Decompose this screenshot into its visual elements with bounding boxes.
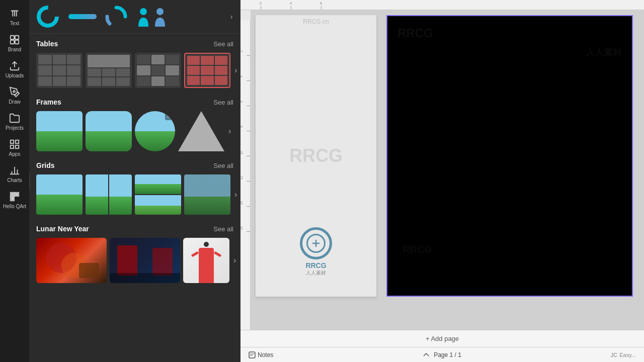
svg-point-22	[140, 8, 147, 15]
frame-thumb-triangle[interactable]	[178, 111, 224, 151]
frames-section: Frames See all ··· ›	[29, 92, 240, 155]
svg-point-23	[156, 8, 164, 15]
ruler-horizontal: 2 4 6	[240, 0, 644, 10]
lunar-section: Lunar New Year See all	[29, 219, 240, 287]
lunar-food-thumb[interactable]	[36, 238, 107, 283]
table-thumb-4[interactable]	[184, 53, 230, 88]
lunar-grid: ›	[36, 238, 233, 283]
zoom-area: JC Easy...	[611, 352, 636, 358]
sidebar-item-draw[interactable]: Draw	[0, 82, 29, 109]
ruler-vlabel-6: 6	[240, 101, 243, 103]
triangle-shape	[178, 111, 224, 151]
lunar-section-header: Lunar New Year See all	[36, 225, 233, 233]
grids-see-all[interactable]: See all	[213, 162, 233, 169]
sidebar-item-text[interactable]: Text	[0, 4, 29, 30]
right-watermark-3: RRCG	[403, 244, 432, 255]
arc-shape	[105, 5, 128, 28]
ruler-tick-4	[291, 6, 291, 10]
grid-thumb-1[interactable]	[36, 174, 83, 215]
zoom-label: Easy...	[619, 352, 636, 358]
ruler-vtick-12	[247, 181, 250, 182]
lunar-title: Lunar New Year	[36, 225, 89, 233]
landscape-bg-1	[36, 111, 83, 151]
page-controls: Page 1 / 1	[423, 351, 461, 358]
hello-qart-icon	[9, 191, 20, 202]
svg-rect-1	[15, 36, 19, 39]
lunar-dancer-thumb[interactable]	[183, 238, 229, 283]
sidebar-item-brand[interactable]: Brand	[0, 30, 29, 56]
ruler-vlabel-12: 12	[240, 176, 243, 180]
rrcg-logo-area: RRCG 人人素材	[300, 227, 332, 277]
top-strip-chevron[interactable]: ›	[226, 12, 236, 22]
grids-grid: ›	[36, 174, 233, 215]
canvas-area: 2 4 6 2 4 6 8 10 12 14	[240, 0, 644, 362]
ruler-label-6: 6	[320, 1, 322, 6]
grid-thumb-4[interactable]	[184, 174, 230, 215]
dash-shape	[68, 14, 97, 19]
sidebar-item-apps[interactable]: Apps	[0, 135, 29, 161]
grid-thumb-2[interactable]	[86, 174, 132, 215]
canvas-page-left: RRCG.cn RRCG RRCG 人人素材	[256, 15, 376, 297]
text-icon	[9, 8, 20, 19]
svg-point-21	[43, 12, 53, 22]
lunar-see-all[interactable]: See all	[213, 225, 233, 233]
frames-chevron[interactable]: ›	[228, 127, 231, 136]
canvas-viewport: RRCG.cn RRCG RRCG 人人素材	[251, 10, 644, 347]
svg-rect-9	[16, 145, 19, 148]
ruler-label-2: 2	[260, 1, 262, 6]
tables-see-all[interactable]: See all	[213, 40, 233, 48]
three-dots-button[interactable]: ···	[165, 113, 173, 120]
canvas-main: 2 4 6 8 10 12 14 16	[240, 10, 644, 347]
sidebar-item-uploads[interactable]: Uploads	[0, 56, 29, 82]
table-thumb-2[interactable]	[86, 53, 132, 88]
grids-section: Grids See all ›	[29, 155, 240, 219]
lunar-people-thumb[interactable]	[110, 238, 180, 283]
svg-rect-0	[11, 36, 14, 39]
sidebar-item-projects[interactable]: Projects	[0, 109, 29, 135]
sidebar-item-uploads-label: Uploads	[6, 73, 24, 78]
tables-chevron[interactable]: ›	[234, 66, 237, 75]
frames-see-all[interactable]: See all	[213, 99, 233, 106]
frames-grid: ··· ›	[36, 111, 233, 151]
notes-label: Notes	[258, 351, 273, 358]
apps-icon	[9, 139, 20, 150]
sidebar-item-text-label: Text	[10, 21, 19, 26]
ruler-vertical: 2 4 6 8 10 12 14 16	[240, 20, 251, 357]
notes-button[interactable]: Notes	[249, 351, 273, 358]
frame-thumb-rect[interactable]	[36, 111, 83, 151]
canvas-watermark-bg: RRCG	[289, 145, 343, 166]
landscape-bg-2	[86, 111, 132, 151]
sidebar-item-charts[interactable]: Charts	[0, 161, 29, 187]
ruler-vtick-8	[247, 131, 250, 131]
table-thumb-3[interactable]	[135, 53, 181, 88]
grid-thumb-3[interactable]	[135, 174, 181, 215]
ruler-vtick-4	[247, 80, 250, 81]
chevron-up-icon[interactable]	[423, 351, 430, 358]
tables-section-header: Tables See all	[36, 40, 233, 48]
frame-thumb-rounded[interactable]	[86, 111, 132, 151]
grid-landscape-4	[184, 174, 230, 215]
sidebar-item-apps-label: Apps	[9, 151, 21, 157]
rrcg-logo-inner	[306, 234, 326, 253]
grids-title: Grids	[36, 161, 55, 169]
donut-icon-container	[35, 4, 60, 29]
sidebar-item-hello-qart[interactable]: Hello QArt	[0, 187, 29, 213]
ruler-vlabel-14: 14	[240, 201, 243, 205]
right-watermark-2: 人人素材	[586, 46, 622, 58]
panel-collapse-button[interactable]: ‹	[29, 172, 30, 190]
add-page-button[interactable]: + Add page	[240, 330, 644, 347]
ruler-tick-6	[321, 6, 321, 10]
frame-thumb-circle[interactable]: ···	[135, 111, 175, 151]
lunar-chevron[interactable]: ›	[233, 256, 236, 265]
svg-rect-3	[15, 40, 19, 44]
table-thumb-1[interactable]	[36, 53, 83, 88]
notes-icon	[249, 351, 256, 358]
svg-rect-7	[16, 140, 19, 143]
grid-cell-1	[86, 174, 108, 215]
grids-chevron[interactable]: ›	[234, 190, 237, 199]
svg-rect-17	[16, 194, 18, 196]
ruler-tick-2	[261, 6, 261, 10]
dancer-bg	[183, 238, 229, 283]
grids-section-header: Grids See all	[36, 161, 233, 169]
right-watermark-1: RRCG	[397, 26, 433, 40]
